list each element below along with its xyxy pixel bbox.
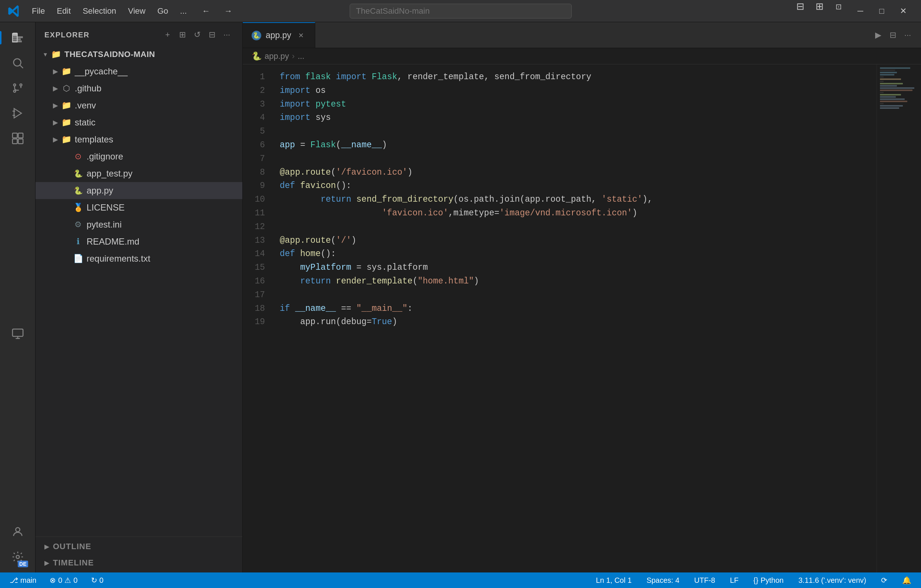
line-number: 15 — [243, 261, 265, 275]
collapse-all-button[interactable]: ⊟ — [205, 28, 219, 41]
code-token — [295, 247, 300, 261]
search-input[interactable] — [350, 4, 572, 18]
nav-forward-button[interactable]: → — [220, 5, 236, 18]
breadcrumb-rest[interactable]: ... — [298, 51, 304, 61]
split-editor-button[interactable]: ⊟ — [792, 0, 809, 13]
account-button[interactable] — [6, 520, 29, 544]
chevron-right-icon: ▶ — [50, 117, 61, 128]
outline-panel[interactable]: ▶ OUTLINE — [36, 538, 242, 555]
tree-item-app[interactable]: ▶ 🐍 app.py — [36, 182, 242, 199]
code-token — [280, 207, 382, 220]
encoding-text: UTF-8 — [694, 576, 715, 585]
minimize-button[interactable]: ─ — [850, 0, 871, 22]
tree-item-pycache[interactable]: ▶ 📁 __pycache__ — [36, 63, 242, 80]
text-file-icon: 📄 — [73, 253, 84, 264]
chevron-right-icon: ▶ — [50, 83, 61, 94]
settings-button[interactable]: DE — [6, 545, 29, 569]
tree-item-license[interactable]: ▶ 🏅 LICENSE — [36, 199, 242, 216]
activity-extensions[interactable] — [6, 127, 29, 150]
code-token: os — [311, 84, 325, 98]
code-token: ) — [351, 234, 356, 248]
tree-item-github[interactable]: ▶ ⬡ .github — [36, 80, 242, 97]
tree-item-readme[interactable]: ▶ ℹ README.md — [36, 233, 242, 250]
encoding-status[interactable]: UTF-8 — [690, 575, 719, 586]
code-token: import — [280, 111, 311, 125]
menu-edit[interactable]: Edit — [51, 5, 76, 17]
line-number: 17 — [243, 288, 265, 302]
tree-item-venv[interactable]: ▶ 📁 .venv — [36, 97, 242, 114]
menu-file[interactable]: File — [27, 5, 50, 17]
svg-rect-14 — [12, 139, 17, 143]
code-line — [280, 152, 877, 166]
activity-run-debug[interactable] — [6, 101, 29, 125]
notification-status[interactable]: 🔔 — [898, 574, 915, 586]
code-token: Flask — [372, 70, 397, 84]
errors-status[interactable]: ⊗ 0 ⚠ 0 — [46, 574, 81, 586]
python-tab-icon: 🐍 — [252, 31, 261, 40]
spaces-status[interactable]: Spaces: 4 — [643, 575, 683, 586]
tree-item-requirements[interactable]: ▶ 📄 requirements.txt — [36, 250, 242, 267]
customize-layout-button[interactable]: ⊡ — [831, 0, 847, 13]
close-button[interactable]: ✕ — [893, 0, 914, 22]
line-col-status[interactable]: Ln 1, Col 1 — [592, 575, 635, 586]
tab-app-py[interactable]: 🐍 app.py ✕ — [243, 22, 315, 48]
menu-selection[interactable]: Selection — [77, 5, 121, 17]
refresh-button[interactable]: ↺ — [190, 28, 204, 41]
command-search[interactable] — [350, 4, 572, 18]
activity-remote[interactable] — [6, 322, 29, 345]
tree-item-app-test[interactable]: ▶ 🐍 app_test.py — [36, 165, 242, 182]
maximize-button[interactable]: □ — [871, 0, 892, 22]
more-actions-button[interactable]: ··· — [220, 28, 233, 41]
code-token: return — [300, 275, 331, 288]
sidebar-header: EXPLORER + ⊞ ↺ ⊟ ··· — [36, 22, 242, 44]
code-token: @app.route — [280, 166, 331, 179]
run-button[interactable]: ▶ — [871, 28, 885, 42]
tree-item-gitignore[interactable]: ▶ ⊙ .gitignore — [36, 148, 242, 165]
tree-item-static[interactable]: ▶ 📁 static — [36, 114, 242, 131]
new-folder-button[interactable]: ⊞ — [176, 28, 189, 41]
file-name-app: app.py — [86, 186, 113, 196]
tree-item-templates[interactable]: ▶ 📁 templates — [36, 131, 242, 148]
code-line: @app.route('/') — [280, 234, 877, 248]
split-editor-button[interactable]: ⊟ — [885, 28, 900, 42]
line-ending-status[interactable]: LF — [726, 575, 742, 586]
code-token — [311, 98, 316, 111]
file-name-license: LICENSE — [86, 202, 125, 213]
menu-more[interactable]: ... — [175, 5, 192, 17]
new-file-button[interactable]: + — [161, 28, 174, 41]
python-version-status[interactable]: 3.11.6 ('.venv': venv) — [795, 575, 870, 586]
nav-back-button[interactable]: ← — [198, 5, 214, 18]
language-status[interactable]: {} Python — [750, 575, 788, 586]
code-content[interactable]: from flask import Flask, render_template… — [272, 64, 877, 572]
breadcrumb-filename[interactable]: app.py — [265, 51, 289, 61]
more-actions-tab-button[interactable]: ··· — [900, 28, 915, 42]
sync-status[interactable]: ⟳ — [877, 574, 891, 586]
svg-point-19 — [16, 528, 20, 532]
status-right: Ln 1, Col 1 Spaces: 4 UTF-8 LF {} Python… — [592, 574, 915, 586]
timeline-panel[interactable]: ▶ TIMELINE — [36, 555, 242, 571]
code-editor[interactable]: 12345678910111213141516171819 from flask… — [243, 64, 921, 572]
activity-search[interactable] — [6, 51, 29, 75]
menu-go[interactable]: Go — [152, 5, 173, 17]
code-token: app.run(debug= — [280, 315, 371, 329]
line-number: 12 — [243, 220, 265, 234]
code-token: import — [280, 84, 311, 98]
menu-view[interactable]: View — [123, 5, 151, 17]
tab-close-button[interactable]: ✕ — [296, 30, 306, 41]
tree-root-folder[interactable]: ▾ 📁 THECATSAIDNO-MAIN — [36, 46, 242, 63]
line-number: 19 — [243, 315, 265, 329]
tree-item-pytest-ini[interactable]: ▶ ⚙ pytest.ini — [36, 216, 242, 233]
line-number: 8 — [243, 166, 265, 179]
code-token — [300, 70, 305, 84]
code-token: ) — [382, 138, 387, 152]
branch-status[interactable]: ⎇ main — [6, 574, 40, 586]
activity-explorer[interactable] — [6, 26, 29, 50]
code-token: def — [280, 179, 295, 193]
code-token: '/' — [336, 234, 351, 248]
line-number: 6 — [243, 138, 265, 152]
activity-source-control[interactable] — [6, 76, 29, 100]
remote-status[interactable]: ↻ 0 — [87, 574, 107, 586]
code-token: ) — [392, 315, 397, 329]
layout-button[interactable]: ⊞ — [812, 0, 828, 13]
file-name-gitignore: .gitignore — [86, 151, 123, 162]
